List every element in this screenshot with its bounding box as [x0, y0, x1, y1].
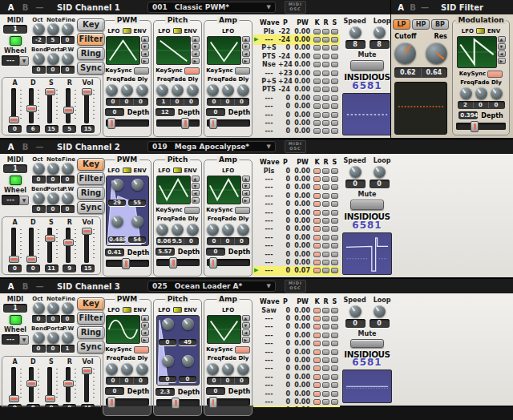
k-toggle-button[interactable]	[313, 324, 321, 329]
pitch-cell[interactable]: 0	[278, 119, 293, 127]
pw-knob[interactable]	[62, 332, 74, 344]
wave-cell[interactable]: ---	[260, 192, 278, 200]
k-toggle-button[interactable]	[313, 29, 321, 34]
pitch-cell[interactable]: 0	[278, 127, 293, 135]
pitch-env-value-4[interactable]: 0	[179, 376, 196, 382]
wave-cell[interactable]: Nse	[260, 61, 278, 68]
pwm-env-value-1[interactable]: 29	[108, 200, 126, 206]
pitch-env-knob-1[interactable]	[162, 318, 174, 330]
pwm-depth-value[interactable]: 0.41	[105, 248, 124, 256]
r-slider-handle[interactable]	[63, 107, 74, 114]
pitch-freqfade-knob-3[interactable]	[187, 224, 199, 236]
pitch-env-value-1[interactable]: 0	[159, 339, 176, 345]
pwm-freqfade-knob-3[interactable]	[136, 84, 148, 96]
pulsewidth-cell[interactable]: 0.00	[293, 323, 313, 330]
pwm-wave-left-button[interactable]: ◀	[141, 329, 149, 336]
k-toggle-button[interactable]	[313, 95, 321, 101]
mute-button[interactable]	[350, 339, 384, 348]
pattern-row[interactable]: ---00.00	[254, 398, 339, 406]
pulsewidth-cell[interactable]: 0.00	[293, 307, 313, 314]
s-toggle-button[interactable]	[331, 184, 338, 190]
wave-cell[interactable]: ---	[260, 349, 278, 356]
k-toggle-button[interactable]	[313, 349, 321, 355]
wave-cell[interactable]: ---	[260, 390, 278, 398]
pwm-env-knob-1[interactable]	[111, 179, 123, 191]
k-toggle-button[interactable]	[313, 128, 321, 134]
pitch-cell[interactable]: 0	[278, 267, 293, 274]
s-value[interactable]: 15	[45, 125, 59, 133]
amp-depth-slider[interactable]	[207, 398, 250, 406]
a-value[interactable]: 0	[8, 125, 22, 133]
midi-channel-value[interactable]: 1	[3, 25, 27, 34]
pitch-wave-left-button[interactable]: ◀	[192, 190, 200, 196]
a-slider-handle[interactable]	[9, 116, 19, 123]
wave-cell[interactable]: ---	[260, 267, 278, 274]
amp-depth-slider-handle[interactable]	[209, 397, 217, 408]
k-toggle-button[interactable]	[313, 235, 321, 240]
speed-knob[interactable]	[349, 26, 362, 38]
s-slider[interactable]	[45, 227, 58, 264]
d-slider-handle[interactable]	[26, 105, 37, 112]
s-toggle-button[interactable]	[331, 235, 338, 240]
pitch-freqfade-knob-1[interactable]	[156, 224, 168, 236]
amp-wave-right-button[interactable]: ▶	[242, 58, 250, 64]
pitch-env-knob-3[interactable]	[162, 355, 174, 367]
wheel-mode-select[interactable]: --- ▼	[2, 195, 29, 205]
pitch-wave-up-button[interactable]: ▲	[192, 36, 200, 42]
oct-value[interactable]: 0	[32, 315, 46, 323]
pattern-row[interactable]: ---00.00	[254, 348, 339, 356]
wave-cell[interactable]: ---	[260, 323, 278, 330]
pwm-env-value-3[interactable]: 0.488	[108, 236, 126, 243]
pitch-depth-slider[interactable]	[156, 399, 200, 406]
s-toggle-button[interactable]	[331, 193, 338, 199]
wave-cell[interactable]: ---	[260, 184, 278, 191]
r-toggle-button[interactable]	[322, 29, 329, 34]
pitch-cell[interactable]: 0	[278, 259, 293, 266]
amp-depth-slider[interactable]	[207, 259, 250, 266]
amp-wave-up-button[interactable]: ▲	[242, 36, 250, 42]
pitch-depth-slider[interactable]	[156, 259, 200, 266]
modulation-wave-down-button[interactable]: ▼	[498, 43, 506, 50]
pattern-row[interactable]: ---00.00	[254, 373, 339, 381]
wave-cell[interactable]: Pls	[260, 28, 278, 35]
pwm-freqfade-knob-2[interactable]	[121, 84, 133, 96]
porta-knob[interactable]	[47, 53, 59, 65]
pitch-cell[interactable]: 0	[278, 251, 293, 258]
pattern-row[interactable]: ---00.00	[254, 175, 339, 183]
pitch-freqfade-knob-2[interactable]	[172, 84, 184, 96]
amp-freqfade-value-2[interactable]: 0	[221, 238, 235, 244]
r-toggle-button[interactable]	[322, 62, 329, 67]
pulsewidth-cell[interactable]: 0.00	[293, 259, 313, 266]
wave-cell[interactable]: ---	[260, 332, 278, 339]
pattern-row[interactable]: P+S00.00	[254, 44, 339, 52]
pwm-env-value-4[interactable]: 54	[128, 236, 146, 243]
pitch-cell[interactable]: 0	[278, 225, 293, 232]
pitch-env-knob-2[interactable]	[182, 318, 194, 330]
r-toggle-button[interactable]	[322, 95, 329, 101]
s-toggle-button[interactable]	[331, 308, 338, 313]
wave-cell[interactable]: Saw	[260, 307, 278, 314]
pulsewidth-cell[interactable]: 0.00	[293, 111, 313, 119]
pulsewidth-cell[interactable]: 0.00	[293, 78, 313, 85]
pwm-depth-slider-handle[interactable]	[107, 118, 115, 129]
k-toggle-button[interactable]	[313, 54, 321, 59]
pwm-keysync-button[interactable]	[134, 346, 149, 353]
s-toggle-button[interactable]	[331, 37, 338, 42]
k-toggle-button[interactable]	[313, 365, 321, 371]
r-toggle-button[interactable]	[322, 252, 329, 257]
speed-value[interactable]: 8	[345, 40, 366, 49]
vol-slider[interactable]	[82, 227, 95, 264]
mode-filter-button[interactable]: Filter	[77, 172, 105, 185]
pwm-env-knob-3[interactable]	[111, 216, 123, 228]
pulsewidth-cell[interactable]: 0.00	[293, 217, 313, 224]
r-toggle-button[interactable]	[322, 374, 329, 380]
wave-cell[interactable]: ---	[260, 217, 278, 224]
s-toggle-button[interactable]	[331, 62, 338, 67]
pattern-row[interactable]: Saw00.00	[254, 306, 339, 314]
amp-freqfade-value-3[interactable]: 0	[235, 238, 248, 244]
amp-freqfade-knob-2[interactable]	[222, 84, 234, 96]
r-toggle-button[interactable]	[322, 260, 329, 265]
r-toggle-button[interactable]	[322, 210, 329, 216]
pwm-depth-slider[interactable]	[106, 398, 149, 406]
s-toggle-button[interactable]	[331, 29, 338, 34]
